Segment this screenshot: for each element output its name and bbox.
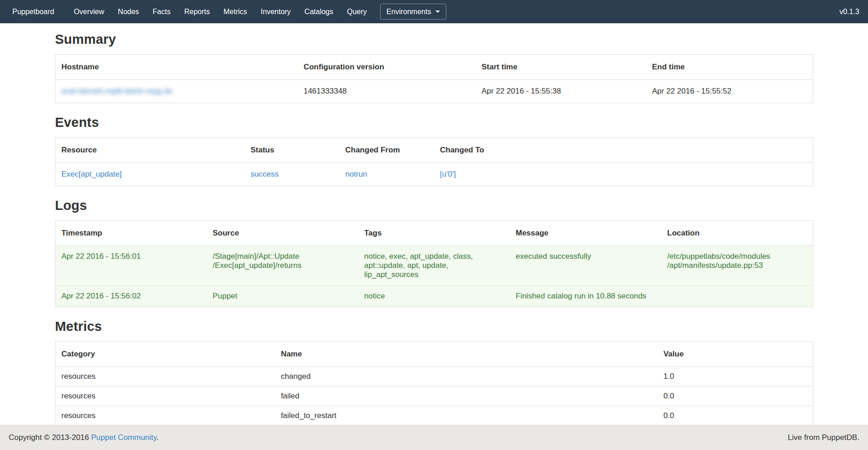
puppet-community-link[interactable]: Puppet Community — [91, 433, 157, 442]
log-tags: notice, exec, apt_update, class, apt::up… — [358, 246, 510, 286]
navbar: Puppetboard Overview Nodes Facts Reports… — [0, 0, 868, 23]
event-changed-from-link[interactable]: notrun — [345, 170, 367, 178]
end-time-value: Apr 22 2016 - 15:55:52 — [646, 80, 813, 103]
environments-dropdown[interactable]: Environments — [380, 4, 446, 20]
metric-value: 0.0 — [658, 387, 813, 406]
events-header-row: Resource Status Changed From Changed To — [55, 138, 813, 163]
summary-row: snat-tserwm.mpib-berlin.mpg.de 146133334… — [55, 80, 813, 103]
summary-table: Hostname Configuration version Start tim… — [55, 54, 813, 103]
column-header-hostname: Hostname — [55, 55, 298, 80]
log-tags: notice — [358, 286, 510, 307]
nav-item-catalogs[interactable]: Catalogs — [298, 0, 340, 23]
metrics-heading: Metrics — [55, 319, 813, 334]
log-source: /Stage[main]/Apt::Update /Exec[apt_updat… — [207, 246, 358, 286]
copyright-text: Copyright © 2013-2016 Puppet Community. — [9, 433, 159, 442]
logs-heading: Logs — [55, 198, 813, 213]
metric-category: resources — [55, 387, 275, 406]
puppetdb-status-text: Live from PuppetDB. — [788, 433, 859, 442]
app-version: v0.1.3 — [831, 0, 868, 23]
copyright-prefix: Copyright © 2013-2016 — [9, 433, 91, 442]
column-header-config-version: Configuration version — [298, 55, 476, 80]
column-header-end-time: End time — [646, 55, 813, 80]
nav-item-query[interactable]: Query — [340, 0, 374, 23]
hostname-link[interactable]: snat-tserwm.mpib-berlin.mpg.de — [62, 87, 173, 95]
log-source: Puppet — [207, 286, 358, 307]
metric-value: 1.0 — [658, 367, 813, 387]
event-changed-to-link[interactable]: [u'0'] — [440, 170, 456, 178]
column-header-tags: Tags — [358, 221, 510, 246]
metrics-header-row: Category Name Value — [55, 342, 813, 367]
log-row: Apr 22 2016 - 15:56:02 Puppet notice Fin… — [55, 286, 813, 307]
metric-row: resources failed_to_restart 0.0 — [55, 406, 813, 426]
metric-value: 0.0 — [658, 406, 813, 426]
column-header-value: Value — [658, 342, 813, 367]
log-location: /etc/puppetlabs/code/modules /apt/manife… — [661, 246, 813, 286]
column-header-timestamp: Timestamp — [55, 221, 207, 246]
log-message: executed successfully — [510, 246, 661, 286]
navbar-brand[interactable]: Puppetboard — [0, 0, 67, 23]
log-message: Finished catalog run in 10.88 seconds — [510, 286, 661, 307]
metric-category: resources — [55, 406, 275, 426]
column-header-resource: Resource — [55, 138, 245, 163]
metrics-table: Category Name Value resources changed 1.… — [55, 341, 813, 426]
metric-category: resources — [55, 367, 275, 387]
column-header-name: Name — [275, 342, 657, 367]
column-header-location: Location — [661, 221, 813, 246]
event-resource-link[interactable]: Exec[apt_update] — [62, 170, 122, 178]
start-time-value: Apr 22 2016 - 15:55:38 — [476, 80, 646, 103]
log-timestamp: Apr 22 2016 - 15:56:01 — [55, 246, 207, 286]
metric-name: failed_to_restart — [275, 406, 657, 426]
column-header-changed-from: Changed From — [340, 138, 434, 163]
nav-item-facts[interactable]: Facts — [146, 0, 178, 23]
main-content: Summary Hostname Configuration version S… — [55, 32, 813, 426]
metric-name: failed — [275, 387, 657, 406]
nav-item-reports[interactable]: Reports — [178, 0, 217, 23]
log-row: Apr 22 2016 - 15:56:01 /Stage[main]/Apt:… — [55, 246, 813, 286]
nav-item-overview[interactable]: Overview — [67, 0, 111, 23]
footer: Copyright © 2013-2016 Puppet Community. … — [0, 425, 868, 450]
log-location — [661, 286, 813, 307]
config-version-value: 1461333348 — [298, 80, 476, 103]
metric-row: resources failed 0.0 — [55, 387, 813, 406]
column-header-start-time: Start time — [476, 55, 646, 80]
summary-heading: Summary — [55, 32, 813, 47]
metric-row: resources changed 1.0 — [55, 367, 813, 387]
nav-item-inventory[interactable]: Inventory — [254, 0, 298, 23]
column-header-message: Message — [510, 221, 661, 246]
log-timestamp: Apr 22 2016 - 15:56:02 — [55, 286, 207, 307]
event-row: Exec[apt_update] success notrun [u'0'] — [55, 163, 813, 186]
event-status-link[interactable]: success — [251, 170, 278, 178]
environments-dropdown-label: Environments — [387, 8, 431, 16]
metric-name: changed — [275, 367, 657, 387]
column-header-changed-to: Changed To — [434, 138, 813, 163]
summary-header-row: Hostname Configuration version Start tim… — [55, 55, 813, 80]
copyright-suffix: . — [157, 433, 159, 442]
chevron-down-icon — [435, 10, 440, 13]
column-header-status: Status — [245, 138, 340, 163]
logs-header-row: Timestamp Source Tags Message Location — [55, 221, 813, 246]
nav-item-metrics[interactable]: Metrics — [217, 0, 254, 23]
column-header-source: Source — [207, 221, 358, 246]
navbar-menu: Overview Nodes Facts Reports Metrics Inv… — [67, 0, 374, 23]
column-header-category: Category — [55, 342, 275, 367]
events-heading: Events — [55, 115, 813, 130]
events-table: Resource Status Changed From Changed To … — [55, 137, 813, 186]
nav-item-nodes[interactable]: Nodes — [111, 0, 146, 23]
logs-table: Timestamp Source Tags Message Location A… — [55, 220, 813, 307]
